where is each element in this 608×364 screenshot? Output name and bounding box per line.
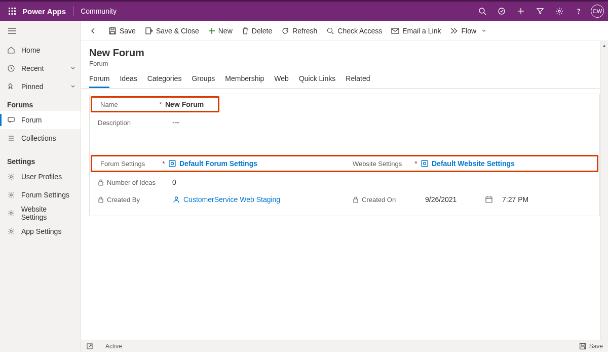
back-button[interactable] [87, 27, 99, 35]
nav-pinned[interactable]: Pinned [0, 77, 81, 96]
check-access-button[interactable]: Check Access [326, 27, 382, 35]
lock-icon [353, 196, 359, 203]
nav-app-settings[interactable]: App Settings [0, 222, 81, 240]
app-name: Power Apps [22, 7, 66, 16]
created-on-label: Created On [362, 196, 396, 204]
nav-website-settings-label: Website Settings [21, 205, 73, 221]
email-link-button[interactable]: Email a Link [391, 27, 441, 35]
website-settings-value: Default Website Settings [432, 159, 515, 168]
description-row: Description --- [90, 112, 599, 133]
forum-settings-label: Forum Settings [100, 160, 145, 168]
svg-point-34 [328, 28, 332, 32]
svg-rect-44 [354, 199, 358, 203]
tab-categories[interactable]: Categories [147, 74, 182, 88]
nav-collections[interactable]: Collections [0, 129, 81, 147]
description-input[interactable]: --- [170, 118, 592, 127]
add-icon[interactable] [512, 3, 530, 19]
main-content: Save Save & Close New Delete Refresh Che… [81, 21, 608, 352]
email-link-label: Email a Link [402, 27, 441, 35]
site-map: Home Recent Pinned Forums Forum Collecti… [0, 21, 81, 352]
nav-forum-label: Forum [21, 116, 42, 124]
svg-rect-45 [486, 197, 492, 203]
num-ideas-value-cell: 0 [170, 178, 592, 186]
refresh-label: Refresh [292, 27, 317, 35]
user-avatar[interactable]: CW [591, 5, 604, 18]
refresh-button[interactable]: Refresh [281, 27, 317, 35]
record-state: Active [105, 343, 122, 350]
help-icon[interactable] [569, 3, 588, 19]
name-label: Name [100, 101, 118, 108]
num-ideas-row: Number of Ideas 0 [90, 172, 599, 192]
svg-rect-41 [99, 182, 103, 185]
svg-point-15 [578, 13, 579, 13]
required-indicator: * [413, 159, 419, 168]
tab-forum[interactable]: Forum [89, 74, 109, 88]
header-divider [73, 6, 73, 16]
created-by-value: CustomerService Web Staging [183, 195, 280, 204]
forum-settings-value: Default Forum Settings [179, 159, 257, 168]
tab-membership[interactable]: Membership [225, 74, 264, 88]
required-indicator: * [158, 100, 163, 108]
svg-rect-20 [8, 117, 14, 122]
tab-web[interactable]: Web [274, 74, 289, 88]
svg-rect-52 [581, 347, 584, 349]
sidebar-toggle[interactable] [0, 21, 81, 41]
avatar-initials: CW [593, 8, 602, 14]
name-field-highlight: Name * New Forum [91, 96, 219, 112]
scrollbar[interactable]: ▴ [600, 41, 608, 340]
check-access-label: Check Access [337, 27, 382, 35]
name-input[interactable]: New Forum [163, 100, 211, 108]
save-close-button[interactable]: Save & Close [145, 27, 199, 35]
svg-rect-39 [422, 160, 428, 167]
svg-point-9 [479, 8, 484, 13]
svg-rect-4 [12, 11, 13, 12]
svg-point-27 [10, 230, 12, 232]
svg-rect-5 [14, 11, 16, 12]
scroll-up-arrow[interactable]: ▴ [600, 41, 608, 49]
search-icon[interactable] [473, 3, 491, 19]
form-status-bar: Active Save [81, 340, 608, 352]
filter-icon[interactable] [531, 3, 549, 19]
flow-button[interactable]: Flow [450, 27, 486, 35]
settings-icon[interactable] [550, 3, 568, 19]
created-by-lookup[interactable]: CustomerService Web Staging [170, 195, 337, 204]
forum-settings-lookup[interactable]: Default Forum Settings [166, 159, 337, 168]
created-on-date: 9/26/2021 [425, 195, 485, 204]
nav-recent[interactable]: Recent [0, 59, 81, 77]
popout-icon[interactable] [86, 343, 93, 350]
nav-section-forums: Forums [0, 96, 81, 111]
tab-related[interactable]: Related [346, 74, 370, 88]
svg-point-43 [175, 197, 178, 199]
save-button[interactable]: Save [108, 27, 136, 35]
form-header: New Forum Forum [81, 41, 608, 67]
nav-website-settings[interactable]: Website Settings [0, 204, 81, 222]
svg-rect-29 [111, 28, 114, 30]
num-ideas-label: Number of Ideas [107, 179, 156, 186]
new-button[interactable]: New [208, 27, 233, 35]
status-save-button[interactable]: Save [579, 343, 603, 350]
nav-user-profiles[interactable]: User Profiles [0, 168, 81, 186]
svg-point-11 [499, 8, 505, 14]
tab-groups[interactable]: Groups [192, 74, 215, 88]
tab-ideas[interactable]: Ideas [120, 74, 137, 88]
lookup-icon [421, 159, 429, 168]
svg-rect-31 [146, 28, 150, 34]
lock-icon [98, 179, 104, 186]
svg-rect-42 [99, 199, 103, 203]
tab-quick-links[interactable]: Quick Links [299, 74, 335, 88]
app-launcher-button[interactable] [4, 3, 20, 19]
svg-line-35 [332, 32, 333, 34]
app-area-name[interactable]: Community [81, 7, 117, 15]
calendar-icon[interactable] [485, 195, 493, 204]
nav-forum-settings[interactable]: Forum Settings [0, 186, 81, 204]
assistant-icon[interactable] [492, 3, 511, 19]
nav-forum[interactable]: Forum [0, 111, 81, 129]
page-title: New Forum [89, 47, 600, 59]
svg-rect-51 [581, 343, 584, 345]
website-settings-lookup[interactable]: Default Website Settings [419, 159, 590, 168]
delete-button[interactable]: Delete [242, 27, 272, 35]
nav-collections-label: Collections [21, 134, 56, 142]
nav-home[interactable]: Home [0, 41, 81, 59]
svg-rect-30 [110, 31, 115, 34]
lookup-icon [168, 159, 176, 168]
